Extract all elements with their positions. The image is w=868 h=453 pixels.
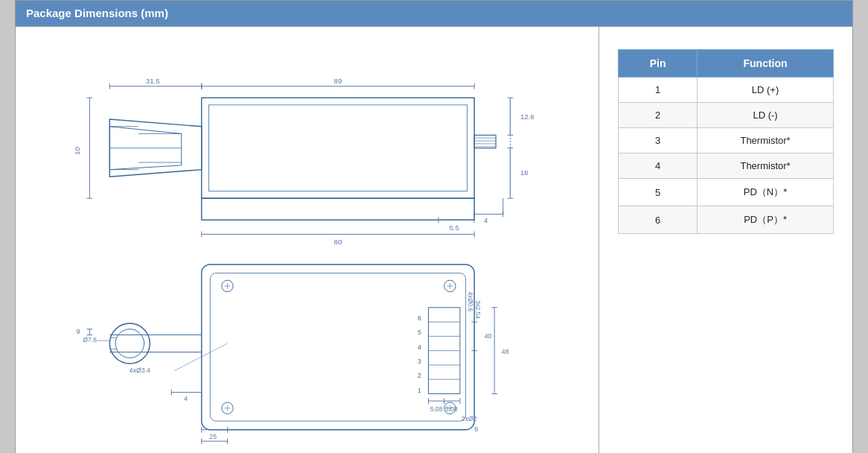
svg-text:4: 4 (184, 395, 188, 402)
content-area: 31.5 89 10 (16, 27, 852, 453)
svg-rect-22 (474, 135, 496, 148)
diagram-section: 31.5 89 10 (16, 27, 599, 453)
pin-function: PD（N）* (698, 179, 834, 206)
svg-text:89: 89 (334, 77, 342, 85)
pin-number: 2 (619, 103, 698, 128)
svg-text:12.6: 12.6 (520, 113, 534, 121)
svg-text:5.5: 5.5 (449, 224, 459, 232)
svg-text:8: 8 (474, 425, 478, 433)
page-title: Package Dimensions (mm) (26, 7, 168, 19)
svg-text:80: 80 (334, 238, 342, 246)
svg-text:31.5: 31.5 (146, 77, 160, 85)
table-row: 6PD（P）* (619, 206, 834, 234)
table-row: 2LD (-) (619, 103, 834, 128)
svg-rect-41 (202, 198, 474, 220)
pin-function: Thermistor* (698, 153, 834, 179)
svg-text:9: 9 (76, 327, 80, 335)
svg-rect-20 (202, 98, 474, 198)
svg-text:Ø7.6: Ø7.6 (83, 336, 97, 343)
svg-text:2: 2 (418, 372, 421, 379)
svg-text:5.08: 5.08 (445, 405, 458, 413)
table-section: Pin Function 1LD (+)2LD (-)3Thermistor*4… (599, 27, 852, 453)
svg-text:5.08: 5.08 (430, 405, 443, 413)
svg-line-77 (174, 343, 227, 371)
pin-number: 1 (619, 77, 698, 103)
svg-text:5: 5 (418, 329, 421, 336)
svg-rect-21 (208, 105, 467, 191)
svg-text:48: 48 (502, 348, 509, 355)
svg-text:3x2.54: 3x2.54 (474, 300, 481, 319)
svg-text:1: 1 (418, 387, 421, 394)
svg-text:4: 4 (418, 343, 421, 351)
svg-text:16: 16 (520, 168, 529, 177)
pin-function: Thermistor* (698, 128, 834, 153)
svg-rect-63 (210, 273, 465, 422)
main-container: Package Dimensions (mm) 31.5 89 (15, 0, 853, 453)
pin-number: 6 (619, 206, 698, 234)
pin-function: LD (+) (698, 77, 834, 103)
pin-function: PD（P）* (698, 206, 834, 234)
svg-text:10: 10 (73, 147, 81, 155)
table-row: 5PD（N）* (619, 179, 834, 206)
col-function-header: Function (698, 50, 834, 77)
svg-text:6: 6 (418, 314, 421, 322)
svg-point-51 (115, 329, 144, 358)
svg-text:40: 40 (485, 332, 492, 340)
pin-function-table: Pin Function 1LD (+)2LD (-)3Thermistor*4… (618, 49, 834, 234)
svg-text:2xØ2: 2xØ2 (462, 415, 477, 422)
package-diagram: 31.5 89 10 (23, 42, 591, 444)
col-pin-header: Pin (619, 50, 698, 77)
pin-number: 4 (619, 153, 698, 179)
header: Package Dimensions (mm) (16, 1, 852, 27)
table-row: 3Thermistor* (619, 128, 834, 153)
svg-text:25: 25 (209, 433, 217, 440)
svg-text:3: 3 (418, 358, 421, 365)
svg-text:4xØ3.4: 4xØ3.4 (130, 367, 150, 374)
svg-text:4xØ0.6: 4xØ0.6 (467, 292, 473, 312)
pin-number: 3 (619, 128, 698, 153)
pin-function: LD (-) (698, 103, 834, 128)
table-row: 4Thermistor* (619, 153, 834, 179)
pin-number: 5 (619, 179, 698, 206)
table-row: 1LD (+) (619, 77, 834, 103)
svg-text:4: 4 (484, 216, 488, 224)
